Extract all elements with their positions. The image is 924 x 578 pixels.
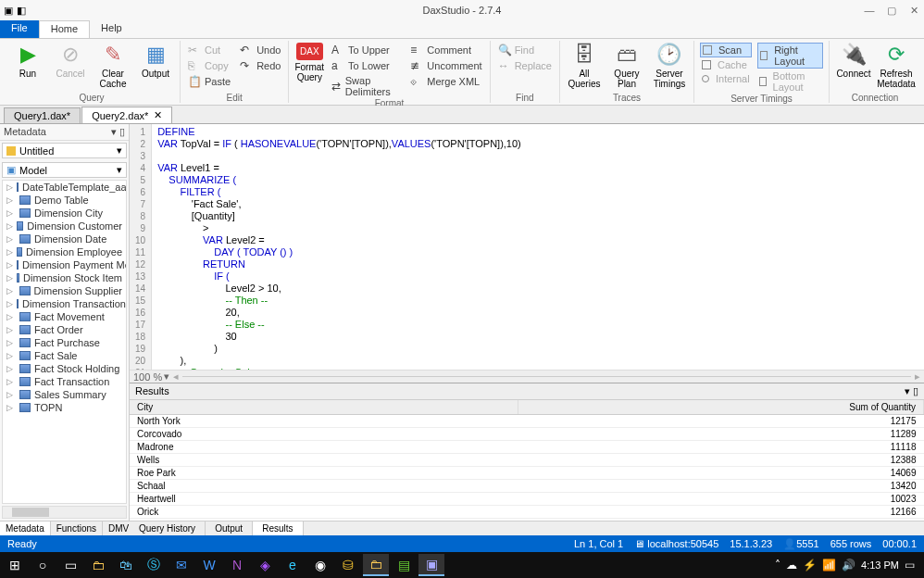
tree-item[interactable]: ▷Fact Purchase: [3, 336, 126, 349]
expand-icon[interactable]: ▷: [6, 377, 16, 386]
skype-icon[interactable]: Ⓢ: [141, 554, 167, 576]
expand-icon[interactable]: ▷: [6, 182, 13, 192]
table-row[interactable]: Schaal13420: [130, 480, 924, 493]
model-selector[interactable]: ▣Model▾: [2, 162, 127, 178]
code-editor[interactable]: 1234567891011121314151617181920212223242…: [130, 124, 924, 370]
table-row[interactable]: Wells12388: [130, 454, 924, 467]
onenote-icon[interactable]: N: [224, 554, 250, 576]
chevron-down-icon[interactable]: ▾: [164, 371, 169, 383]
doc-tab-2[interactable]: Query2.dax*✕: [81, 107, 172, 123]
volume-icon[interactable]: 🔊: [842, 559, 855, 572]
doc-tab-1[interactable]: Query1.dax*: [4, 107, 81, 123]
expand-icon[interactable]: ▷: [6, 247, 13, 257]
cancel-button[interactable]: ⊘Cancel: [52, 43, 89, 79]
tree-item[interactable]: ▷Fact Transaction: [3, 375, 126, 388]
server-timings-button[interactable]: 🕑Server Timings: [651, 43, 688, 89]
expand-icon[interactable]: ▷: [6, 273, 13, 283]
tree-item[interactable]: ▷Dimension Stock Item: [3, 271, 126, 284]
expand-icon[interactable]: ▷: [6, 338, 16, 347]
chevron-down-icon[interactable]: ▾ ▯: [111, 126, 125, 138]
right-layout-toggle[interactable]: Right Layout: [757, 43, 823, 69]
to-upper-button[interactable]: ATo Upper: [330, 43, 403, 57]
tree-item[interactable]: ▷Dimension Transaction Typ: [3, 297, 126, 310]
ssms-icon[interactable]: ⛁: [335, 554, 361, 576]
expand-icon[interactable]: ▷: [6, 351, 16, 360]
explorer-icon[interactable]: 🗀: [85, 554, 111, 576]
tree-item[interactable]: ▷Fact Sale: [3, 349, 126, 362]
format-query-button[interactable]: DAXFormat Query: [294, 43, 324, 82]
undo-button[interactable]: ↶Undo: [238, 43, 282, 57]
table-row[interactable]: Roe Park14069: [130, 467, 924, 480]
power-icon[interactable]: ⚡: [803, 559, 817, 572]
word-icon[interactable]: W: [196, 554, 222, 576]
tree-item[interactable]: ▷Dimension Payment Metho: [3, 258, 126, 271]
tab-query-history[interactable]: Query History: [130, 521, 206, 535]
tab-functions[interactable]: Functions: [51, 521, 103, 535]
horizontal-scrollbar[interactable]: [2, 506, 127, 519]
chevron-down-icon[interactable]: ▾ ▯: [905, 385, 918, 397]
swap-button[interactable]: ⇄Swap Delimiters: [330, 74, 403, 98]
tree-item[interactable]: ▷Dimension Employee: [3, 245, 126, 258]
internal-toggle[interactable]: Internal: [700, 72, 752, 85]
tab-help[interactable]: Help: [90, 20, 133, 38]
tab-output[interactable]: Output: [206, 521, 253, 535]
cache-toggle[interactable]: Cache: [700, 58, 752, 71]
expand-icon[interactable]: ▷: [6, 260, 13, 270]
outlook-icon[interactable]: ✉: [169, 554, 194, 576]
replace-button[interactable]: ↔Replace: [496, 58, 554, 73]
results-table[interactable]: CitySum of QuantityNorth York12175Corcov…: [130, 400, 924, 521]
expand-icon[interactable]: ▷: [6, 312, 16, 321]
chrome-icon[interactable]: ◉: [307, 554, 333, 576]
wifi-icon[interactable]: 📶: [822, 559, 836, 572]
maximize-icon[interactable]: ▢: [885, 4, 898, 17]
column-header[interactable]: Sum of Quantity: [518, 400, 923, 415]
clock[interactable]: 4:13 PM: [861, 559, 899, 571]
output-button[interactable]: ▦Output: [137, 43, 174, 79]
tree-item[interactable]: ▷Demo Table: [3, 194, 126, 207]
scan-toggle[interactable]: Scan: [700, 43, 752, 57]
table-row[interactable]: Corcovado11289: [130, 428, 924, 441]
expand-icon[interactable]: ▷: [6, 208, 16, 218]
tree-item[interactable]: ▷Dimension City: [3, 207, 126, 220]
all-queries-button[interactable]: 🗄All Queries: [566, 43, 603, 89]
table-row[interactable]: Orick12166: [130, 506, 924, 519]
vs-icon[interactable]: ◈: [252, 554, 278, 576]
metadata-tree[interactable]: ▷DateTableTemplate_aa4b0C▷Demo Table▷Dim…: [2, 180, 127, 504]
bottom-layout-toggle[interactable]: Bottom Layout: [757, 69, 823, 94]
expand-icon[interactable]: ▷: [6, 364, 16, 373]
expand-icon[interactable]: ▷: [6, 221, 13, 231]
cut-button[interactable]: ✂Cut: [186, 43, 232, 57]
tree-item[interactable]: ▷Fact Stock Holding: [3, 362, 126, 375]
expand-icon[interactable]: ▷: [6, 234, 16, 244]
expand-icon[interactable]: ▷: [6, 403, 16, 412]
explorer-window-icon[interactable]: 🗀: [363, 554, 389, 576]
start-button[interactable]: ⊞: [2, 554, 28, 576]
cortana-icon[interactable]: ○: [30, 554, 56, 576]
notepad-icon[interactable]: ▤: [391, 554, 417, 576]
uncomment-button[interactable]: ≢Uncomment: [408, 58, 483, 73]
redo-button[interactable]: ↷Redo: [238, 58, 282, 73]
tree-item[interactable]: ▷TOPN: [3, 401, 126, 414]
connect-button[interactable]: 🔌Connect: [835, 43, 872, 79]
expand-icon[interactable]: ▷: [6, 195, 16, 205]
close-tab-icon[interactable]: ✕: [154, 109, 162, 121]
expand-icon[interactable]: ▷: [6, 286, 16, 295]
tab-metadata[interactable]: Metadata: [0, 521, 51, 535]
expand-icon[interactable]: ▷: [6, 299, 13, 308]
expand-icon[interactable]: ▷: [6, 325, 16, 334]
notification-icon[interactable]: ▭: [905, 559, 915, 572]
copy-button[interactable]: ⎘Copy: [186, 58, 232, 73]
merge-xml-button[interactable]: ⟐Merge XML: [408, 74, 483, 89]
query-plan-button[interactable]: 🗃Query Plan: [608, 43, 645, 89]
find-button[interactable]: 🔍Find: [496, 43, 554, 57]
table-row[interactable]: Madrone11118: [130, 441, 924, 454]
tree-item[interactable]: ▷Dimension Customer: [3, 220, 126, 232]
tab-home[interactable]: Home: [39, 20, 90, 38]
chevron-up-icon[interactable]: ˄: [775, 559, 780, 572]
database-selector[interactable]: Untitled▾: [2, 143, 127, 158]
tree-item[interactable]: ▷Fact Movement: [3, 310, 126, 323]
expand-icon[interactable]: ▷: [6, 390, 16, 399]
edge-icon[interactable]: e: [280, 554, 306, 576]
tab-results[interactable]: Results: [253, 521, 303, 535]
store-icon[interactable]: 🛍: [113, 554, 139, 576]
